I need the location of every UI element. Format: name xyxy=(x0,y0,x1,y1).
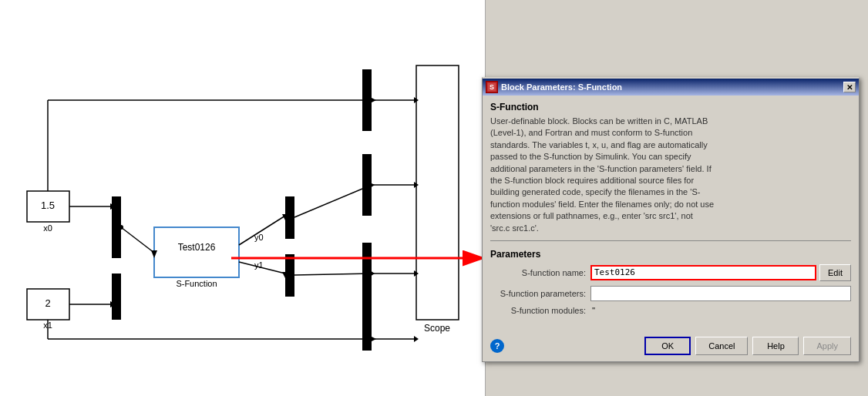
dialog-body: S-Function User-definable block. Blocks … xyxy=(483,96,859,326)
svg-text:y1: y1 xyxy=(254,260,264,270)
sfunc-name-row: S-function name: Edit xyxy=(490,264,851,281)
sfunc-modules-label: S-function modules: xyxy=(490,306,590,315)
sfunc-params-label: S-function parameters: xyxy=(490,289,590,298)
block-params-dialog: S Block Parameters: S-Function ✕ S-Funct… xyxy=(482,77,860,362)
help-button[interactable]: Help xyxy=(752,337,799,355)
edit-button[interactable]: Edit xyxy=(819,264,851,281)
dialog-footer: ? OK Cancel Help Apply xyxy=(483,337,859,355)
sfunc-modules-row: S-function modules: '' xyxy=(490,306,851,315)
svg-rect-19 xyxy=(362,304,372,351)
svg-text:S-Function: S-Function xyxy=(176,279,217,288)
sfunc-params-input[interactable] xyxy=(590,286,851,301)
svg-rect-1 xyxy=(416,65,459,320)
svg-text:Scope: Scope xyxy=(424,323,450,334)
dialog-title: Block Parameters: S-Function xyxy=(501,82,622,92)
sfunc-params-row: S-function parameters: xyxy=(490,286,851,301)
help-icon[interactable]: ? xyxy=(490,339,504,353)
sfunc-name-label: S-function name: xyxy=(490,268,590,277)
svg-text:2: 2 xyxy=(45,297,50,309)
svg-point-50 xyxy=(119,225,123,230)
apply-button[interactable]: Apply xyxy=(803,337,851,355)
description-text: User-definable block. Blocks can be writ… xyxy=(490,116,851,241)
svg-text:S: S xyxy=(490,83,494,91)
sfunc-modules-value: '' xyxy=(592,306,595,315)
simulink-canvas: Scope 1.5 x0 2 x1 Test0126 S-Function xyxy=(0,0,486,396)
sfunc-name-input[interactable] xyxy=(590,265,816,280)
dialog-titlebar-left: S Block Parameters: S-Function xyxy=(486,81,622,93)
svg-text:Test0126: Test0126 xyxy=(178,242,216,253)
params-section-title: Parameters xyxy=(490,249,851,260)
dialog-title-icon: S xyxy=(486,81,498,93)
svg-text:y0: y0 xyxy=(254,233,264,242)
svg-rect-0 xyxy=(0,0,486,396)
svg-rect-15 xyxy=(285,254,294,297)
svg-rect-13 xyxy=(112,274,121,320)
svg-text:1.5: 1.5 xyxy=(41,200,55,211)
close-button[interactable]: ✕ xyxy=(843,82,856,92)
ok-button[interactable]: OK xyxy=(644,337,691,355)
svg-rect-14 xyxy=(285,196,294,239)
svg-text:x0: x0 xyxy=(43,223,52,233)
simulink-diagram: Scope 1.5 x0 2 x1 Test0126 S-Function xyxy=(0,0,486,396)
cancel-button[interactable]: Cancel xyxy=(695,337,748,355)
dialog-titlebar: S Block Parameters: S-Function ✕ xyxy=(483,79,859,96)
section-title: S-Function xyxy=(490,102,851,112)
